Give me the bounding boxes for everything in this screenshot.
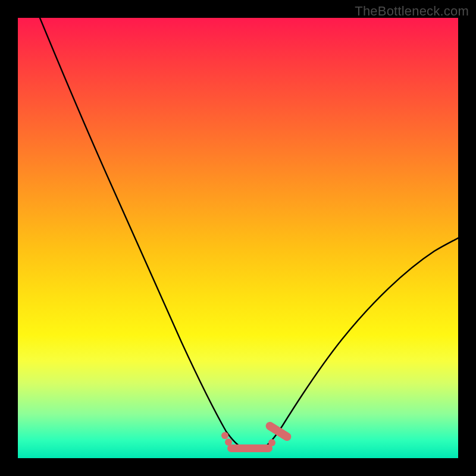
curve-layer [18,18,458,458]
curve-left-branch [40,18,243,448]
plot-area [18,18,458,458]
marker-dot-3 [268,439,275,446]
chart-frame: TheBottleneck.com [0,0,476,476]
svg-rect-0 [264,420,293,442]
marker-right-pill [264,420,293,442]
marker-dot-2 [225,439,232,446]
curve-right-branch [263,238,458,448]
marker-flat-segment [227,444,273,452]
marker-dot-1 [221,432,228,439]
watermark-text: TheBottleneck.com [355,4,469,19]
